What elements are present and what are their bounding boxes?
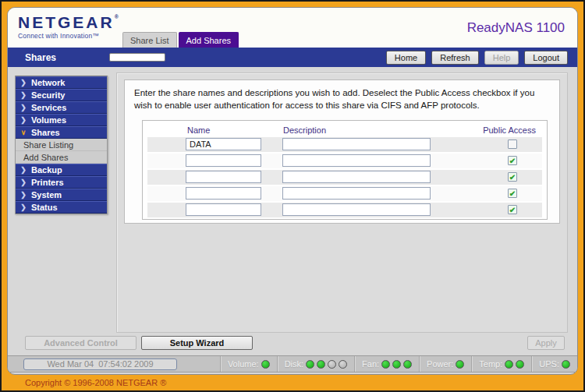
progress-bar: [109, 53, 165, 62]
tab-add-shares[interactable]: Add Shares: [179, 32, 239, 48]
status-dot-green-icon: [261, 360, 270, 369]
status-dot-green-icon: [505, 360, 513, 369]
share-table: Name Description Public Access ✔✔✔✔: [142, 120, 548, 220]
sidebar-item-status[interactable]: ❯Status: [16, 201, 107, 214]
share-description-input[interactable]: [282, 203, 431, 216]
status-label: Volume:: [228, 359, 259, 369]
share-description-input[interactable]: [282, 171, 431, 183]
sidebar-item-system[interactable]: ❯System: [16, 189, 107, 201]
status-dot-green-icon: [306, 360, 314, 369]
status-label: Disk:: [285, 359, 303, 369]
column-header-public-access: Public Access: [483, 125, 536, 135]
false: Shares: [31, 128, 60, 137]
false: Volumes: [31, 115, 66, 125]
logo-tagline: Connect with Innovation™: [18, 32, 119, 40]
advanced-control-button[interactable]: Advanced Control: [25, 336, 136, 350]
column-header-description: Description: [283, 125, 326, 135]
table-row: ✔: [147, 203, 542, 217]
sidebar-item-network[interactable]: ❯Network: [16, 76, 107, 89]
sidebar-subitem-add-shares[interactable]: Add Shares: [16, 151, 107, 164]
sidebar-item-security[interactable]: ❯Security: [16, 89, 107, 101]
status-dot-green-icon: [317, 360, 325, 369]
status-group-power: Power:: [419, 356, 471, 372]
copyright-text: Copyright © 1996-2008 NETGEAR ®: [25, 378, 166, 387]
section-toolbar: Shares HomeRefreshHelpLogout: [8, 48, 577, 67]
status-group-volume: Volume:: [220, 356, 277, 372]
netgear-logo: NETGEAR® Connect with Innovation™: [18, 14, 119, 40]
false: Backup: [31, 165, 62, 175]
share-description-input[interactable]: [282, 154, 431, 167]
status-dot-green-icon: [381, 360, 390, 369]
apply-button[interactable]: Apply: [527, 336, 565, 350]
public-access-checkbox[interactable]: ✔: [508, 205, 517, 214]
sidebar-item-shares[interactable]: ∨Shares: [16, 126, 107, 139]
netgear-logo-text: NETGEAR®: [18, 14, 119, 30]
chevron-right-icon: ❯: [16, 116, 31, 124]
status-dot-green-icon: [403, 360, 412, 369]
home-button[interactable]: Home: [386, 51, 426, 65]
chevron-right-icon: ❯: [16, 191, 31, 199]
status-label: Power:: [427, 359, 453, 369]
help-button[interactable]: Help: [484, 51, 519, 65]
tab-share-list[interactable]: Share List: [122, 32, 177, 48]
false: Network: [31, 78, 65, 87]
status-dot-green-icon: [562, 360, 570, 369]
toolbar-buttons: HomeRefreshHelpLogout: [386, 51, 568, 65]
header: NETGEAR® Connect with Innovation™ ReadyN…: [8, 8, 577, 48]
status-group-fan: Fan:: [354, 356, 419, 372]
refresh-button[interactable]: Refresh: [431, 51, 479, 65]
public-access-checkbox[interactable]: [508, 139, 517, 149]
sidebar-item-backup[interactable]: ❯Backup: [16, 164, 107, 176]
share-table-body: ✔✔✔✔: [143, 137, 547, 217]
share-name-input[interactable]: [186, 154, 261, 167]
logout-button[interactable]: Logout: [524, 51, 568, 65]
share-name-input[interactable]: [186, 203, 261, 216]
chevron-right-icon: ❯: [16, 104, 31, 111]
table-row: ✔: [147, 154, 542, 168]
sidebar-subitem-share-listing[interactable]: Share Listing: [16, 139, 107, 151]
status-dot-green-icon: [456, 360, 464, 369]
status-dot-gray-icon: [328, 360, 336, 369]
datetime-button[interactable]: Wed Mar 04 07:54:02 2009: [23, 358, 177, 370]
status-dot-green-icon: [392, 360, 401, 369]
public-access-checkbox[interactable]: ✔: [508, 156, 517, 165]
chevron-right-icon: ❯: [16, 166, 31, 174]
main-window: NETGEAR® Connect with Innovation™ ReadyN…: [7, 7, 578, 375]
chevron-right-icon: ❯: [16, 178, 31, 186]
table-row: [147, 137, 542, 152]
sidebar-item-volumes[interactable]: ❯Volumes: [16, 114, 107, 126]
share-name-input[interactable]: [186, 138, 261, 150]
status-group-temp: Temp:: [471, 356, 531, 372]
status-label: UPS:: [539, 359, 559, 369]
status-indicators: Volume:Disk:Fan:Power:Temp:UPS:: [220, 356, 577, 372]
sidebar-item-services[interactable]: ❯Services: [16, 101, 107, 114]
status-group-ups: UPS:: [531, 356, 577, 372]
public-access-checkbox[interactable]: ✔: [508, 172, 517, 182]
chevron-right-icon: ❯: [16, 203, 31, 211]
chevron-down-icon: ∨: [16, 129, 31, 136]
table-row: ✔: [147, 186, 542, 201]
status-dot-gray-icon: [339, 360, 347, 369]
column-header-name: Name: [187, 125, 210, 135]
status-group-disk: Disk:: [277, 356, 354, 372]
false: Status: [31, 203, 58, 212]
status-dot-green-icon: [516, 360, 524, 369]
public-access-checkbox[interactable]: ✔: [508, 189, 517, 198]
content-panel: Enter the share names and descriptions y…: [116, 72, 568, 333]
tab-bar: Share ListAdd Shares: [122, 32, 240, 48]
share-description-input[interactable]: [282, 187, 431, 200]
share-description-input[interactable]: [282, 138, 431, 150]
registered-mark-icon: ®: [115, 14, 119, 19]
setup-wizard-button[interactable]: Setup Wizard: [141, 336, 253, 350]
share-table-header: Name Description Public Access: [143, 121, 547, 137]
sidebar-item-printers[interactable]: ❯Printers: [16, 176, 107, 189]
section-title: Shares: [25, 52, 56, 63]
share-name-input[interactable]: [186, 187, 261, 200]
share-name-input[interactable]: [186, 171, 261, 183]
false: Services: [31, 103, 66, 112]
instructions-text: Enter the share names and descriptions y…: [125, 80, 558, 115]
product-title: ReadyNAS 1100: [467, 20, 565, 36]
add-shares-form: Enter the share names and descriptions y…: [124, 79, 560, 224]
false: Printers: [31, 178, 64, 187]
false: System: [31, 190, 62, 200]
